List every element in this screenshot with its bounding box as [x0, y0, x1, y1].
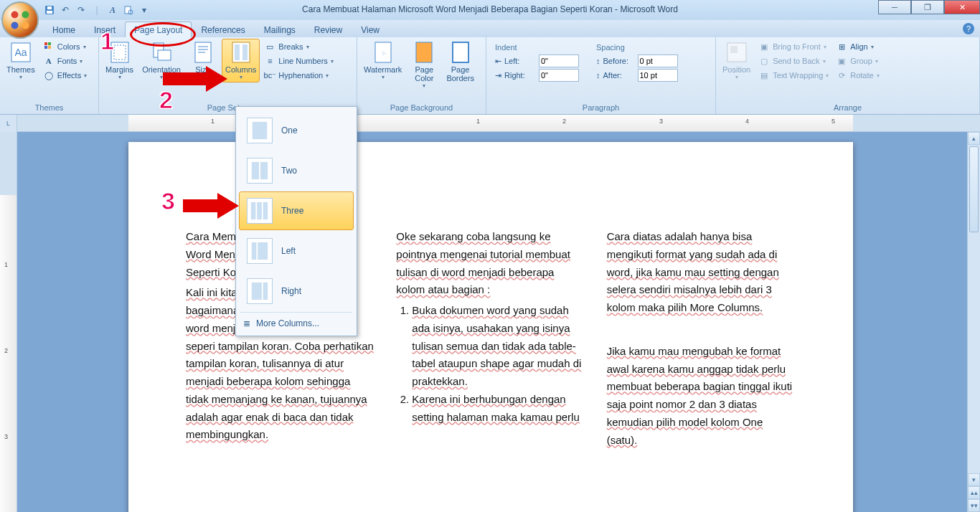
columns-button[interactable]: Columns▾	[222, 39, 260, 82]
page-borders-icon	[449, 41, 472, 64]
horizontal-ruler[interactable]: 1 2 1 2 3 4 5	[17, 115, 980, 131]
scroll-down-button[interactable]: ▾	[968, 473, 980, 486]
svg-rect-12	[48, 42, 51, 45]
svg-rect-36	[258, 242, 268, 260]
breaks-button[interactable]: ▭Breaks ▾	[263, 40, 334, 53]
ribbon-tabs: Home Insert Page Layout References Maili…	[0, 20, 980, 37]
theme-fonts-button[interactable]: AFonts ▾	[42, 54, 88, 67]
text-wrapping-button[interactable]: ▤Text Wrapping ▾	[757, 69, 830, 82]
horizontal-ruler-wrap: L 1 2 1 2 3 4 5	[0, 115, 980, 132]
indent-left-input[interactable]	[539, 54, 579, 67]
svg-rect-29	[253, 122, 268, 139]
tab-insert[interactable]: Insert	[85, 22, 125, 37]
minimize-button[interactable]: ─	[878, 0, 911, 14]
tab-review[interactable]: Review	[305, 22, 352, 37]
rotate-icon: ⟳	[836, 70, 847, 81]
svg-rect-33	[257, 202, 262, 219]
send-to-back-button[interactable]: ▢Send to Back ▾	[757, 54, 830, 67]
position-icon	[725, 41, 748, 64]
hyphenation-button[interactable]: bc⁻Hyphenation ▾	[263, 69, 334, 82]
svg-rect-37	[252, 283, 262, 300]
help-icon[interactable]: ?	[963, 23, 974, 34]
columns-option-two[interactable]: Two	[239, 151, 354, 190]
indent-right-field: ⇥Right:	[495, 69, 579, 82]
indent-right-input[interactable]	[539, 69, 579, 82]
vertical-scrollbar[interactable]: ▴ ▾ ▴▴ ▾▾	[967, 132, 980, 512]
colors-icon	[43, 41, 55, 52]
tab-page-layout[interactable]: Page Layout	[125, 22, 192, 37]
qat-customize-icon[interactable]: ▾	[138, 4, 151, 16]
columns-option-more[interactable]: ≣ More Columns...	[237, 314, 355, 333]
svg-point-3	[22, 22, 29, 29]
columns-option-three[interactable]: Three	[239, 191, 354, 230]
svg-rect-30	[252, 162, 259, 179]
group-arrange: Position▾ ▣Bring to Front ▾ ▢Send to Bac…	[716, 37, 980, 114]
position-button[interactable]: Position▾	[719, 39, 754, 82]
scroll-up-button[interactable]: ▴	[968, 132, 980, 145]
scroll-thumb[interactable]	[969, 146, 979, 232]
prev-page-button[interactable]: ▴▴	[968, 486, 980, 499]
tab-mailings[interactable]: Mailings	[255, 22, 305, 37]
tab-references[interactable]: References	[192, 22, 254, 37]
line-numbers-button[interactable]: ≡Line Numbers ▾	[263, 54, 334, 67]
save-icon[interactable]	[43, 4, 56, 16]
align-button[interactable]: ⊞Align ▾	[834, 40, 880, 53]
qat-sep: |	[90, 4, 103, 16]
tab-view[interactable]: View	[352, 22, 389, 37]
page-borders-button[interactable]: Page Borders	[443, 39, 478, 85]
bring-to-front-button[interactable]: ▣Bring to Front ▾	[757, 40, 830, 53]
svg-rect-13	[44, 46, 47, 49]
spacing-after-input[interactable]	[638, 69, 678, 82]
theme-colors-button[interactable]: Colors ▾	[42, 40, 88, 53]
watermark-icon: A	[372, 41, 395, 64]
watermark-button[interactable]: AWatermark▾	[360, 39, 405, 82]
columns-dropdown: One Two Three Left Right ≣ More Columns.…	[235, 106, 357, 336]
columns-option-left[interactable]: Left	[239, 232, 354, 270]
svg-point-1	[22, 11, 29, 19]
ruler-corner[interactable]: L	[0, 115, 17, 132]
bring-front-icon: ▣	[758, 41, 770, 52]
three-column-icon	[247, 198, 273, 224]
page-color-button[interactable]: Page Color▾	[407, 39, 441, 91]
spacing-after-field: ↕After:	[596, 69, 678, 82]
themes-label: Themes	[6, 65, 35, 74]
next-page-button[interactable]: ▾▾	[968, 499, 980, 512]
undo-icon[interactable]: ↶	[59, 4, 72, 16]
svg-rect-22	[242, 44, 248, 60]
document-canvas[interactable]: Cara Membuat Halaman Microsoft Word Menj…	[17, 132, 980, 512]
work-area: 1 2 3 Cara Membuat Halaman Microsoft Wor…	[0, 132, 980, 512]
size-button[interactable]: Size▾	[186, 39, 220, 82]
themes-button[interactable]: Aa Themes ▾	[3, 39, 39, 82]
margins-button[interactable]: Margins▾	[102, 39, 137, 82]
svg-rect-34	[263, 202, 268, 219]
group-paragraph-label: Paragraph	[489, 102, 712, 114]
orientation-button[interactable]: Orientation▾	[138, 39, 184, 82]
send-back-icon: ▢	[758, 55, 770, 67]
theme-effects-button[interactable]: ◯Effects ▾	[42, 69, 88, 82]
spacing-before-icon: ↕	[596, 57, 600, 65]
doc-col2-intro: Oke sekarang coba langsung ke pointnya m…	[396, 228, 585, 299]
more-columns-icon: ≣	[243, 318, 250, 328]
size-icon	[192, 41, 215, 64]
close-button[interactable]: ✕	[944, 0, 980, 14]
indent-heading: Indent	[495, 43, 579, 52]
print-preview-icon[interactable]	[122, 4, 135, 16]
svg-rect-21	[235, 44, 240, 60]
office-button[interactable]	[1, 1, 39, 39]
group-themes: Aa Themes ▾ Colors ▾ AFonts ▾ ◯Effects ▾…	[0, 37, 99, 114]
columns-option-one[interactable]: One	[239, 111, 354, 150]
spacing-before-input[interactable]	[638, 54, 678, 67]
fonts-icon: A	[43, 55, 55, 67]
effects-icon: ◯	[43, 70, 55, 81]
columns-option-right[interactable]: Right	[239, 272, 354, 310]
vertical-ruler[interactable]: 1 2 3	[0, 132, 17, 512]
redo-icon[interactable]: ↷	[75, 4, 88, 16]
tab-home[interactable]: Home	[43, 22, 85, 37]
svg-text:Aa: Aa	[14, 47, 27, 58]
qat-style-icon[interactable]: A	[106, 4, 119, 16]
dropdown-separator	[240, 312, 352, 313]
maximize-button[interactable]: ❐	[911, 0, 944, 14]
margins-icon	[108, 41, 131, 64]
group-objects-button[interactable]: ▣Group ▾	[834, 54, 880, 67]
rotate-button[interactable]: ⟳Rotate ▾	[834, 69, 880, 82]
